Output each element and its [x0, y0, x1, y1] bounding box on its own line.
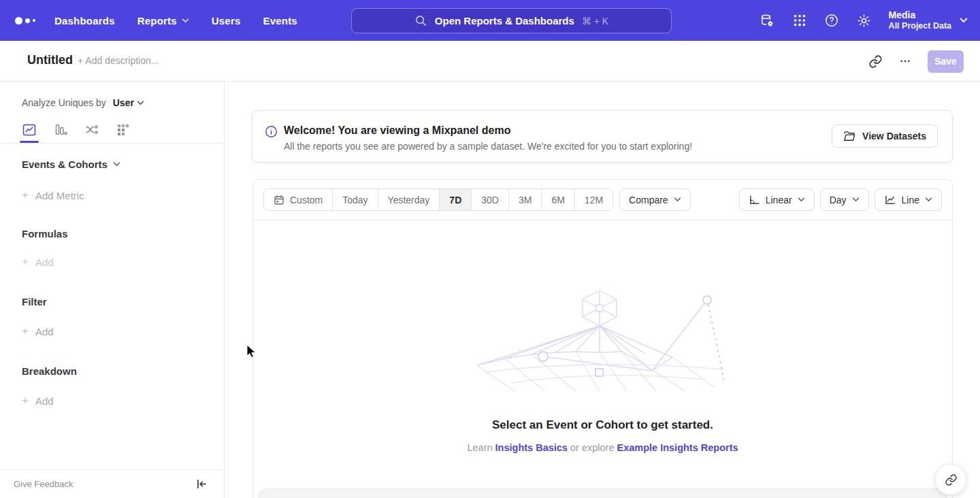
events-cohorts-section[interactable]: Events & Cohorts [0, 159, 224, 170]
project-scope: All Project Data [889, 21, 951, 31]
display-controls: Linear Day Line [739, 188, 942, 211]
share-link-floating-button[interactable] [935, 464, 966, 495]
tab-flows[interactable] [84, 117, 99, 143]
copy-link-icon[interactable] [868, 54, 883, 69]
nav-item-reports[interactable]: Reports [137, 15, 189, 27]
line-chart-icon [884, 195, 896, 205]
banner-subtitle: All the reports you see are powered by a… [284, 141, 692, 152]
compare-dropdown[interactable]: Compare [619, 188, 691, 211]
tab-retention-grid[interactable] [116, 117, 131, 143]
demo-banner: Welcome! You are viewing a Mixpanel demo… [252, 110, 953, 163]
mixpanel-logo[interactable] [15, 15, 42, 26]
plus-icon: + [22, 394, 29, 408]
example-reports-link[interactable]: Example Insights Reports [617, 442, 738, 453]
report-description-placeholder[interactable]: + Add description... [78, 55, 159, 66]
give-feedback-link[interactable]: Give Feedback [14, 479, 73, 489]
date-range-yesterday[interactable]: Yesterday [378, 189, 440, 210]
view-datasets-button[interactable]: View Datasets [832, 124, 938, 148]
add-filter-button[interactable]: + Add [0, 325, 224, 338]
date-range-custom[interactable]: Custom [264, 189, 333, 210]
data-management-icon[interactable] [760, 13, 775, 29]
filter-section: Filter [0, 296, 224, 308]
date-range-segmented-control: Custom Today Yesterday 7D 30D 3M 6M 12M [263, 188, 613, 211]
chart-type-tabs [0, 117, 224, 144]
chevron-down-icon [113, 162, 120, 167]
folder-icon [843, 131, 856, 142]
search-icon [414, 14, 427, 27]
chevron-down-icon [852, 197, 860, 202]
date-range-30d[interactable]: 30D [472, 189, 509, 210]
project-switcher[interactable]: Media All Project Data [889, 10, 968, 31]
report-header-actions: Save [868, 41, 964, 82]
tab-insights-line[interactable] [22, 117, 37, 143]
date-range-12m[interactable]: 12M [575, 189, 612, 210]
nav-menu: Dashboards Reports Users Events [54, 0, 297, 41]
nav-right-cluster: Media All Project Data [760, 0, 968, 41]
search-shortcut: ⌘ + K [582, 16, 608, 27]
link-icon [945, 474, 958, 486]
breakdown-section: Breakdown [0, 365, 224, 377]
chevron-down-icon [137, 101, 144, 105]
main-content: Welcome! You are viewing a Mixpanel demo… [225, 82, 980, 498]
date-controls: Custom Today Yesterday 7D 30D 3M 6M 12M … [263, 188, 691, 211]
settings-gear-icon[interactable] [856, 13, 872, 29]
chart-type-dropdown[interactable]: Line [875, 188, 942, 211]
chevron-down-icon [960, 18, 968, 23]
scale-dropdown[interactable]: Linear [739, 188, 815, 211]
plus-icon: + [22, 325, 29, 338]
report-title[interactable]: Untitled [27, 53, 73, 67]
insights-report-card: Custom Today Yesterday 7D 30D 3M 6M 12M … [252, 179, 953, 498]
analyze-label: Analyze Uniques by [22, 97, 106, 108]
empty-state-title: Select an Event or Cohort to get started… [492, 418, 713, 432]
page-body: Analyze Uniques by User [0, 82, 980, 498]
add-formula-button[interactable]: + Add [0, 255, 224, 269]
help-icon[interactable] [824, 13, 839, 28]
search-placeholder: Open Reports & Dashboards [435, 15, 574, 27]
query-builder-sidebar: Analyze Uniques by User [0, 82, 225, 498]
flow-icon [84, 122, 99, 137]
top-nav: Dashboards Reports Users Events Open Rep… [0, 0, 980, 41]
global-search-input[interactable]: Open Reports & Dashboards ⌘ + K [351, 8, 672, 33]
interval-dropdown[interactable]: Day [820, 188, 869, 211]
results-table-peek[interactable] [259, 488, 947, 498]
sidebar-footer: Give Feedback [0, 469, 224, 498]
nav-item-dashboards[interactable]: Dashboards [54, 15, 115, 27]
tab-bar-chart[interactable] [53, 117, 68, 143]
mixpanel-app: Dashboards Reports Users Events Open Rep… [0, 0, 980, 498]
collapse-sidebar-icon[interactable] [196, 479, 208, 489]
date-range-7d[interactable]: 7D [440, 189, 472, 210]
chevron-down-icon [182, 18, 189, 23]
date-range-3m[interactable]: 3M [509, 189, 542, 210]
formulas-section: Formulas [0, 228, 224, 239]
date-range-today[interactable]: Today [333, 189, 378, 210]
nav-item-events[interactable]: Events [263, 15, 297, 27]
chevron-down-icon [674, 197, 681, 202]
project-name: Media [889, 10, 951, 21]
plus-icon: + [22, 255, 29, 269]
plus-icon: + [22, 188, 29, 202]
banner-title: Welcome! You are viewing a Mixpanel demo [284, 124, 510, 137]
apps-grid-icon[interactable] [792, 13, 807, 28]
report-header: Untitled + Add description... Save [0, 41, 980, 82]
line-chart-icon [22, 122, 37, 137]
empty-state: Select an Event or Cohort to get started… [253, 221, 952, 498]
dots-grid-icon [116, 122, 131, 137]
linear-axis-icon [749, 195, 760, 205]
chevron-down-icon [925, 197, 932, 202]
analyze-by-dropdown[interactable]: User [113, 97, 144, 108]
empty-state-subtitle: Learn Insights Basics or explore Example… [467, 442, 738, 453]
more-options-icon[interactable] [899, 55, 911, 67]
save-button[interactable]: Save [928, 50, 964, 73]
chevron-down-icon [798, 197, 805, 202]
add-breakdown-button[interactable]: + Add [0, 394, 224, 408]
insights-basics-link[interactable]: Insights Basics [495, 442, 568, 453]
chart-controls-row: Custom Today Yesterday 7D 30D 3M 6M 12M … [253, 180, 952, 220]
analyze-row: Analyze Uniques by User [0, 82, 224, 108]
bar-chart-icon [53, 122, 68, 137]
date-range-6m[interactable]: 6M [542, 189, 574, 210]
info-icon [265, 125, 278, 141]
calendar-icon [274, 195, 284, 205]
nav-item-users[interactable]: Users [212, 15, 241, 27]
add-metric-button[interactable]: + Add Metric [0, 188, 224, 202]
empty-state-illustration [474, 289, 732, 391]
